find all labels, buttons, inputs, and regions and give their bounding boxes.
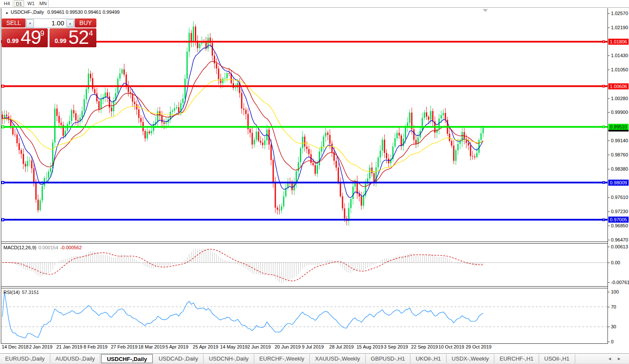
collapse-arrow-icon[interactable]: ▲ xyxy=(5,11,9,15)
price-line-badge-0.98009: 0.98009 xyxy=(608,180,629,186)
price-tick-label: 0.97230 xyxy=(611,209,628,214)
axis-tick xyxy=(607,70,610,70)
date-label: 10 Oct 2019 xyxy=(438,344,464,349)
price-tick-label: 0.98380 xyxy=(611,166,628,171)
date-label: 3 Sep 2019 xyxy=(384,344,408,349)
date-label: 25 Apr 2019 xyxy=(193,344,218,349)
date-label: 9 Jul 2019 xyxy=(302,344,324,349)
axis-tick xyxy=(607,240,610,240)
rsi-line xyxy=(3,292,484,338)
tab-scroll-left-icon[interactable]: ◄ xyxy=(607,356,617,361)
axis-tick xyxy=(607,263,610,263)
tab-audusd-daily[interactable]: AUDUSD-,Daily xyxy=(50,354,101,363)
sell-button[interactable]: SELL xyxy=(2,18,25,28)
date-label: 14 Dec 2018 xyxy=(2,344,28,349)
rsi-indicator-label: RSI(14)57.3151 xyxy=(3,290,39,295)
axis-tick xyxy=(607,211,610,212)
chart-tabs-bar: EURUSD-,DailyAUDUSD-,DailyUSDCHF-,DailyU… xyxy=(0,353,629,364)
ohlc-values: 0.99461 0.99530 0.99461 0.99499 xyxy=(47,9,120,15)
axis-tick xyxy=(607,55,610,56)
sell-price-pip: 9 xyxy=(40,29,44,38)
price-axis-border xyxy=(607,8,608,344)
rsi-pane-bottom-border xyxy=(1,343,608,344)
axis-tick xyxy=(607,141,610,141)
macd-tick-label: 0.00 xyxy=(611,260,620,265)
rsi-tick-label: 0 xyxy=(611,339,614,344)
ma-45-line xyxy=(3,80,484,172)
axis-tick xyxy=(607,226,610,226)
axis-tick xyxy=(607,98,610,99)
tab-xauusd-weekly[interactable]: XAUUSD-,Weekly xyxy=(310,354,366,363)
price-tick-label: 0.98760 xyxy=(611,152,628,157)
macd-signal-line xyxy=(3,249,484,281)
buy-price-pip: 4 xyxy=(89,29,93,38)
axis-tick xyxy=(607,292,610,292)
tab-usoil-h1[interactable]: USOil-,H1 xyxy=(539,354,575,363)
main-pane-bottom-border[interactable] xyxy=(1,242,608,242)
tab-ukoil-h1[interactable]: UKOil-,H1 xyxy=(410,354,447,363)
sell-price-main: 49 xyxy=(21,27,41,48)
rsi-tick-label: 70 xyxy=(611,304,616,309)
bid-price-strip xyxy=(608,130,629,132)
axis-tick xyxy=(607,28,610,28)
date-label: 15 Aug 2019 xyxy=(357,344,383,349)
tab-usdx-weekly[interactable]: USDX-,Weekly xyxy=(447,354,494,363)
axis-tick xyxy=(607,327,610,327)
rsi-pane-top-border xyxy=(1,288,608,288)
rsi-pane xyxy=(1,292,607,338)
buy-button[interactable]: BUY xyxy=(75,18,96,28)
price-tick-label: 1.01430 xyxy=(611,53,628,58)
macd-pane xyxy=(1,249,607,283)
tab-eurusd-daily[interactable]: EURUSD-,Daily xyxy=(0,354,50,363)
price-tick-label: 1.02570 xyxy=(611,11,628,16)
ma-20-line xyxy=(3,61,484,187)
ma-8-line xyxy=(3,45,484,198)
tab-gbpusd-h1[interactable]: GBPUSD-,H1 xyxy=(366,354,410,363)
date-label: 20 Jun 2019 xyxy=(274,344,301,349)
price-line-badge-1.00606: 1.00606 xyxy=(608,83,629,89)
buy-price-button[interactable]: 0.99 52 4 xyxy=(49,28,96,47)
macd-indicator-label: MACD(12,26,9)0.000154-0.000562 xyxy=(3,245,82,250)
price-tick-label: 1.00280 xyxy=(611,96,628,101)
date-label: 5 Apr 2019 xyxy=(166,344,188,349)
tab-scroll-right-icon[interactable]: ► xyxy=(617,356,626,361)
price-chart-canvas[interactable] xyxy=(0,0,629,364)
axis-tick xyxy=(607,197,610,198)
chart-title: ▲USDCHF-,Daily0.99461 0.99530 0.99461 0.… xyxy=(5,9,120,15)
date-label: 21 Jan 2019 xyxy=(56,344,83,349)
axis-tick xyxy=(607,155,610,155)
axis-tick xyxy=(607,307,610,307)
price-tick-label: 0.97610 xyxy=(611,195,628,200)
price-tick-label: 0.99900 xyxy=(611,110,628,115)
tab-eurchf-weekly[interactable]: EURCHF-,Weekly xyxy=(254,354,310,363)
hline-0.98009[interactable] xyxy=(1,181,607,184)
tab-eurchf-h1[interactable]: EURCHF-,H1 xyxy=(494,354,539,363)
tab-usdcad-daily[interactable]: USDCAD-,Daily xyxy=(154,354,204,363)
axis-tick xyxy=(607,112,610,113)
price-tick-label: 1.01050 xyxy=(611,67,628,72)
tab-scroll-arrows[interactable]: ◄► xyxy=(607,356,626,361)
tab-usdcnh-daily[interactable]: USDCNH-,Daily xyxy=(204,354,254,363)
price-tick-label: 0.96470 xyxy=(611,237,628,242)
buy-price-main: 52 xyxy=(68,27,89,48)
chart-left-border xyxy=(1,8,1,344)
axis-tick xyxy=(607,169,610,169)
rsi-tick-label: 100 xyxy=(611,289,619,294)
sell-price-button[interactable]: 0.99 49 9 xyxy=(2,28,48,47)
macd-pane-bottom-border[interactable] xyxy=(1,286,608,287)
tab-usdchf-daily[interactable]: USDCHF-,Daily xyxy=(101,354,152,363)
scroll-to-end-icon[interactable] xyxy=(483,9,488,12)
volume-increase-icon[interactable]: ▲ xyxy=(66,19,74,27)
price-tick-label: 0.99140 xyxy=(611,138,628,143)
date-label: 28 Jul 2019 xyxy=(329,344,354,349)
price-line-badge-0.97005: 0.97005 xyxy=(608,217,629,223)
macd-name: MACD(12,26,9) xyxy=(3,245,36,250)
rsi-value: 57.3151 xyxy=(22,290,39,295)
macd-tick-label: -0.007612 xyxy=(611,280,629,285)
main-price-pane xyxy=(2,21,484,226)
hline-0.97005[interactable] xyxy=(1,218,607,221)
rsi-tick-label: 30 xyxy=(611,324,616,329)
mt4-window: H4D1W1MN ▲USDCHF-,Daily0.99461 0.99530 0… xyxy=(0,0,629,364)
date-label: 29 Oct 2019 xyxy=(466,344,491,349)
date-label: 2 Jun 2019 xyxy=(247,344,271,349)
